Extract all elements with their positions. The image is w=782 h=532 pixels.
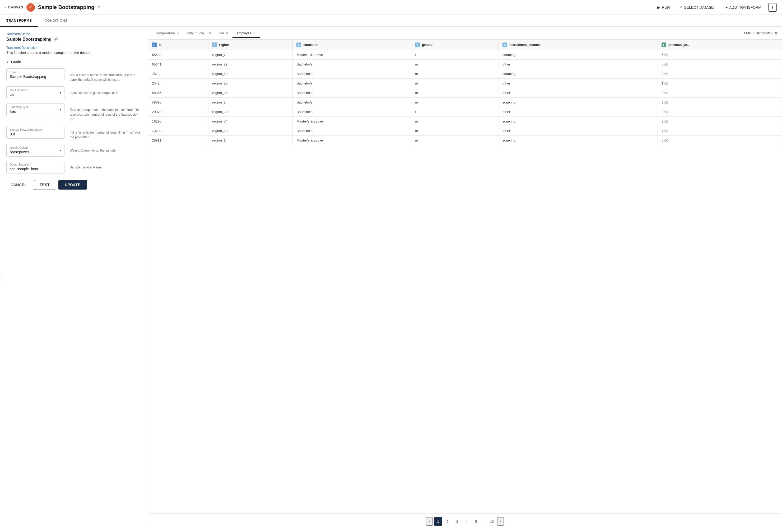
- tab-conditions[interactable]: CONDITIONS: [38, 15, 74, 27]
- run-button[interactable]: ▶ RUN: [655, 4, 672, 11]
- update-button[interactable]: UPDATE: [59, 180, 87, 190]
- weight-column-field-row: Weight Column horsepower ▼ Weight Column…: [6, 144, 141, 157]
- pagination: ‹ 1 2 3 4 5 ... 10 ›: [148, 513, 782, 529]
- close-employee-tab-icon[interactable]: ✕: [253, 31, 255, 35]
- ellipsis-icon: ⋮: [771, 5, 774, 9]
- data-table: L id A region A: [148, 40, 782, 145]
- table-row: 7513region_19Bachelor'smsourcing3.00: [148, 69, 782, 79]
- weight-column-field-group: Weight Column horsepower ▼ Weight Column…: [6, 144, 141, 157]
- prev-page-button[interactable]: ‹: [426, 517, 433, 526]
- collapse-panel-button[interactable]: ‹: [0, 275, 3, 281]
- weight-column-select[interactable]: horsepower: [6, 144, 65, 157]
- name-field-help: Add a custom name for this transform. If…: [70, 68, 141, 82]
- header: ‹ CANVAS ✓ Sample Bootstrapping ✎ ▶ RUN …: [0, 0, 782, 15]
- dataset-tab-temperature[interactable]: temperature ✕: [152, 29, 183, 38]
- sampling-type-container: Sampling Type * frac ▼: [6, 103, 65, 116]
- page-title: Sample Bootstrapping: [38, 4, 94, 10]
- table-row: 58896region_2Bachelor'smsourcing3.00: [148, 98, 782, 107]
- col-type-a-education-icon: A: [296, 42, 301, 47]
- transform-name-label: Transform Name: [6, 32, 141, 36]
- edit-icon[interactable]: ✎: [98, 5, 101, 10]
- sampling-type-field-group: Sampling Type * frac ▼ To take a proport…: [6, 103, 141, 122]
- main-tabs: TRANSFORMS CONDITIONS: [0, 15, 782, 27]
- page-5-button[interactable]: 5: [472, 517, 480, 526]
- run-label: RUN: [662, 5, 670, 9]
- col-type-a-gender-icon: A: [415, 42, 420, 47]
- select-dataset-button[interactable]: ✓ SELECT DATASET: [677, 4, 719, 11]
- page-10-button[interactable]: 10: [488, 517, 496, 526]
- tab-transforms[interactable]: TRANSFORMS: [0, 15, 38, 27]
- dataset-tab-only-nume[interactable]: only_nume... ✕: [183, 29, 215, 38]
- sampling-type-field-row: Sampling Type * frac ▼ To take a proport…: [6, 103, 141, 122]
- col-type-a-region-icon: A: [212, 42, 217, 47]
- main-layout: ‹ Transform Name Sample Bootstrapping 🔗 …: [0, 27, 782, 529]
- weight-column-help: Weight Column to do the sample: [70, 144, 141, 153]
- sample-rows-help: If it is "n" pick the number of rows, if…: [70, 126, 141, 140]
- transform-desc-label: Transform Description: [6, 46, 141, 50]
- output-dataset-help: Sample Dataset Name: [70, 161, 141, 170]
- dataset-tab-car[interactable]: car ✕: [215, 29, 233, 38]
- dataset-tab-employee[interactable]: employee ✕: [233, 29, 260, 38]
- play-icon: ▶: [657, 5, 660, 9]
- table-row: 28911region_1Master's & abovemsourcing5.…: [148, 136, 782, 145]
- col-header-gender[interactable]: A gender: [411, 40, 499, 50]
- table-settings-button[interactable]: TABLE SETTINGS ⚙: [744, 31, 778, 35]
- add-transform-button[interactable]: + ADD TRANSFORM: [723, 4, 764, 11]
- sampling-type-select[interactable]: frac: [6, 103, 65, 116]
- table-row: 65141region_22Bachelor'smother5.00: [148, 60, 782, 69]
- input-dataset-select[interactable]: car: [6, 86, 65, 99]
- page-4-button[interactable]: 4: [462, 517, 471, 526]
- next-page-button[interactable]: ›: [497, 517, 504, 526]
- name-field-group: Name Add a custom name for this transfor…: [6, 68, 141, 82]
- col-header-education[interactable]: A education: [293, 40, 411, 50]
- name-field-container: Name: [6, 68, 65, 81]
- header-actions: ▶ RUN ✓ SELECT DATASET + ADD TRANSFORM ⋮: [655, 3, 777, 12]
- weight-column-container: Weight Column horsepower ▼: [6, 144, 65, 157]
- close-car-tab-icon[interactable]: ✕: [226, 31, 228, 35]
- output-dataset-field-row: Output Dataset * Sample Dataset Name: [6, 161, 141, 174]
- col-header-id[interactable]: L id: [148, 40, 208, 50]
- plus-icon: +: [725, 5, 727, 9]
- table-row: 73202region_20Bachelor'smother4.00: [148, 126, 782, 136]
- select-dataset-label: SELECT DATASET: [684, 5, 716, 9]
- left-panel: ‹ Transform Name Sample Bootstrapping 🔗 …: [0, 27, 148, 529]
- basic-section-header[interactable]: ▼ Basic: [6, 60, 141, 64]
- col-type-f-icon: F: [662, 42, 666, 47]
- more-options-button[interactable]: ⋮: [768, 3, 777, 12]
- right-panel: temperature ✕ only_nume... ✕ car ✕ emplo…: [148, 27, 782, 529]
- test-button[interactable]: TEST: [34, 180, 55, 190]
- col-header-recruitment-channel[interactable]: A recruitment_channel: [499, 40, 657, 50]
- output-dataset-container: Output Dataset *: [6, 161, 65, 174]
- sampling-type-help: To take a proportion of the dataset, pic…: [70, 103, 141, 122]
- table-settings-icon: ⚙: [774, 31, 778, 35]
- transform-name-value: Sample Bootstrapping 🔗: [6, 37, 141, 42]
- col-header-region[interactable]: A region: [208, 40, 293, 50]
- cancel-button[interactable]: CANCEL: [6, 180, 31, 190]
- page-3-button[interactable]: 3: [453, 517, 461, 526]
- table-row: 2542region_23Bachelor'smother1.00: [148, 79, 782, 88]
- page-dots: ...: [482, 519, 487, 524]
- input-dataset-help: Input Dataset to get a sample of it: [70, 86, 141, 95]
- table-row: 16290region_34Master's & abovemsourcing3…: [148, 117, 782, 126]
- sample-rows-input[interactable]: [6, 126, 65, 139]
- table-row: 48945region_26Bachelor'smother3.00: [148, 88, 782, 98]
- transform-desc-value: This function creates a random sample fr…: [6, 51, 141, 55]
- data-table-wrapper: L id A region A: [148, 40, 782, 513]
- header-left: ‹ CANVAS ✓ Sample Bootstrapping ✎: [5, 3, 655, 12]
- page-2-button[interactable]: 2: [443, 517, 452, 526]
- output-dataset-input[interactable]: [6, 161, 65, 174]
- sample-rows-field-group: Sample Rows/Proportion * If it is "n" pi…: [6, 126, 141, 140]
- close-only-nume-tab-icon[interactable]: ✕: [209, 31, 211, 35]
- name-input[interactable]: [6, 68, 65, 81]
- page-1-button[interactable]: 1: [434, 517, 442, 526]
- close-temperature-tab-icon[interactable]: ✕: [176, 31, 179, 35]
- input-dataset-field-row: Input Dataset * car ▼ Input Dataset to g…: [6, 86, 141, 99]
- name-field-row: Name Add a custom name for this transfor…: [6, 68, 141, 82]
- chevron-left-icon: ‹: [5, 5, 7, 9]
- input-dataset-container: Input Dataset * car ▼: [6, 86, 65, 99]
- sample-rows-container: Sample Rows/Proportion *: [6, 126, 65, 139]
- col-header-previous-year[interactable]: F previous_ye...: [658, 40, 782, 50]
- canvas-link[interactable]: ‹ CANVAS: [5, 5, 23, 9]
- section-basic-label: Basic: [11, 60, 21, 64]
- table-header-row: L id A region A: [148, 40, 782, 50]
